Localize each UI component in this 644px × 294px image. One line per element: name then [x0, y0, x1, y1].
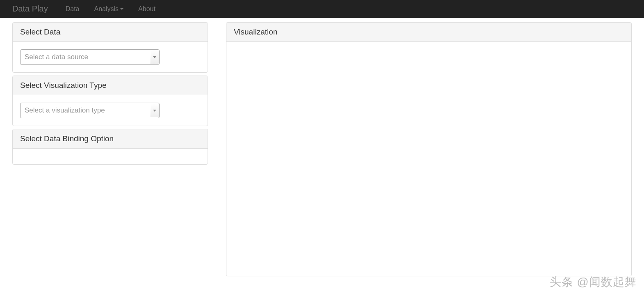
panel-select-data: Select Data Select a data source — [12, 22, 208, 73]
right-column: Visualization — [226, 22, 632, 279]
panel-select-viz: Select Visualization Type Select a visua… — [12, 76, 208, 126]
nav-item-label: Data — [66, 5, 80, 13]
caret-down-icon — [120, 8, 123, 10]
select-placeholder: Select a visualization type — [25, 106, 105, 115]
select-placeholder: Select a data source — [25, 53, 88, 61]
nav-item-label: About — [138, 5, 155, 13]
main-row: Select Data Select a data source Select … — [12, 22, 632, 279]
chevron-down-icon — [150, 103, 159, 117]
data-source-select[interactable]: Select a data source — [20, 49, 160, 65]
panel-body: Select a visualization type — [13, 95, 208, 126]
nav-item-analysis[interactable]: Analysis — [87, 1, 131, 17]
panel-title: Visualization — [226, 23, 631, 42]
visualization-type-select[interactable]: Select a visualization type — [20, 103, 160, 118]
panel-visualization: Visualization — [226, 22, 632, 276]
nav-item-label: Analysis — [94, 5, 119, 13]
panel-body — [13, 149, 208, 164]
visualization-canvas — [226, 42, 631, 276]
panel-title: Select Visualization Type — [13, 76, 208, 95]
navbar: Data Play Data Analysis About — [0, 0, 644, 18]
chevron-down-icon — [150, 50, 159, 64]
panel-title: Select Data Binding Option — [13, 129, 208, 149]
panel-body: Select a data source — [13, 42, 208, 72]
panel-title: Select Data — [13, 23, 208, 42]
navbar-nav: Data Analysis About — [58, 1, 163, 17]
panel-select-binding: Select Data Binding Option — [12, 129, 208, 165]
left-column: Select Data Select a data source Select … — [12, 22, 208, 279]
navbar-brand[interactable]: Data Play — [6, 0, 54, 18]
main-container: Select Data Select a data source Select … — [0, 22, 644, 279]
nav-item-about[interactable]: About — [131, 1, 163, 17]
nav-item-data[interactable]: Data — [58, 1, 87, 17]
